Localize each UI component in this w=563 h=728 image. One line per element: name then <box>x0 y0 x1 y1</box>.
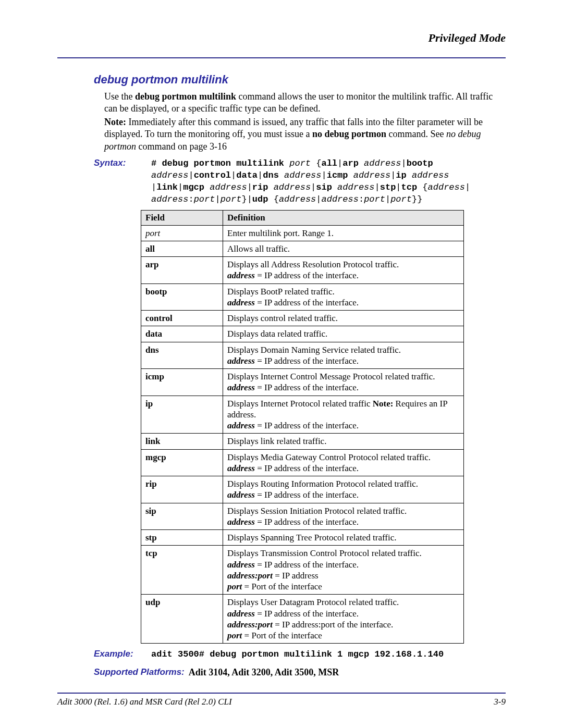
table-row: linkDisplays link related traffic. <box>141 434 464 449</box>
definition-cell: Displays all Address Resolution Protocol… <box>223 257 464 284</box>
definition-cell: Displays Domain Naming Service related t… <box>223 342 464 369</box>
table-row: dnsDisplays Domain Naming Service relate… <box>141 342 464 369</box>
definition-cell: Displays link related traffic. <box>223 434 464 449</box>
field-cell: tcp <box>141 546 223 595</box>
field-cell: mgcp <box>141 449 223 476</box>
field-cell: rip <box>141 476 223 503</box>
definition-cell: Displays Session Initiation Protocol rel… <box>223 503 464 530</box>
table-row: ipDisplays Internet Protocol related tra… <box>141 396 464 434</box>
section-heading: debug portmon multilink <box>94 73 506 87</box>
table-row: stpDisplays Spanning Tree Protocol relat… <box>141 530 464 546</box>
definition-cell: Displays data related traffic. <box>223 326 464 342</box>
field-cell: icmp <box>141 369 223 396</box>
definition-cell: Displays Routing Information Protocol re… <box>223 476 464 503</box>
definition-cell: Displays Transmission Control Protocol r… <box>223 546 464 595</box>
table-row: icmpDisplays Internet Control Message Pr… <box>141 369 464 396</box>
field-cell: udp <box>141 595 223 644</box>
table-row: dataDisplays data related traffic. <box>141 326 464 342</box>
th-field: Field <box>141 210 223 225</box>
definition-cell: Displays BootP related traffic.address =… <box>223 283 464 311</box>
table-row: portEnter multilink port. Range 1. <box>141 225 464 241</box>
footer-right: 3-9 <box>494 697 506 707</box>
table-row: arpDisplays all Address Resolution Proto… <box>141 257 464 284</box>
table-row: udpDisplays User Datagram Protocol relat… <box>141 595 464 644</box>
example-code: adit 3500# debug portmon multilink 1 mgc… <box>141 649 444 661</box>
table-row: ripDisplays Routing Information Protocol… <box>141 476 464 503</box>
example-label: Example: <box>94 649 141 659</box>
field-cell: dns <box>141 342 223 369</box>
field-cell: stp <box>141 530 223 546</box>
field-definition-table: Field Definition portEnter multilink por… <box>141 210 464 644</box>
footer-left: Adit 3000 (Rel. 1.6) and MSR Card (Rel 2… <box>57 697 232 707</box>
definition-cell: Displays control related traffic. <box>223 311 464 326</box>
platforms-value: Adit 3104, Adit 3200, Adit 3500, MSR <box>189 667 339 678</box>
field-cell: arp <box>141 257 223 284</box>
definition-cell: Enter multilink port. Range 1. <box>223 225 464 241</box>
field-cell: all <box>141 241 223 256</box>
field-cell: port <box>141 225 223 241</box>
intro-paragraph: Use the debug portmon multilink command … <box>104 91 506 115</box>
definition-cell: Displays Internet Control Message Protoc… <box>223 369 464 396</box>
table-row: tcpDisplays Transmission Control Protoco… <box>141 546 464 595</box>
table-row: bootpDisplays BootP related traffic.addr… <box>141 283 464 311</box>
field-cell: bootp <box>141 283 223 311</box>
field-cell: data <box>141 326 223 342</box>
page-footer: Adit 3000 (Rel. 1.6) and MSR Card (Rel 2… <box>57 693 506 707</box>
running-head: Privileged Mode <box>57 31 506 58</box>
definition-cell: Displays User Datagram Protocol related … <box>223 595 464 644</box>
field-cell: control <box>141 311 223 326</box>
definition-cell: Allows all traffic. <box>223 241 464 256</box>
platforms-label: Supported Platforms: <box>94 667 185 677</box>
field-cell: sip <box>141 503 223 530</box>
syntax-code: # debug portmon multilink port {all|arp … <box>141 158 506 206</box>
th-definition: Definition <box>223 210 464 225</box>
table-row: mgcpDisplays Media Gateway Control Proto… <box>141 449 464 476</box>
field-cell: link <box>141 434 223 449</box>
table-row: allAllows all traffic. <box>141 241 464 256</box>
table-row: sipDisplays Session Initiation Protocol … <box>141 503 464 530</box>
definition-cell: Displays Media Gateway Control Protocol … <box>223 449 464 476</box>
definition-cell: Displays Spanning Tree Protocol related … <box>223 530 464 546</box>
definition-cell: Displays Internet Protocol related traff… <box>223 396 464 434</box>
field-cell: ip <box>141 396 223 434</box>
note-paragraph: Note: Immediately after this command is … <box>104 116 506 153</box>
syntax-label: Syntax: <box>94 158 141 168</box>
table-row: controlDisplays control related traffic. <box>141 311 464 326</box>
